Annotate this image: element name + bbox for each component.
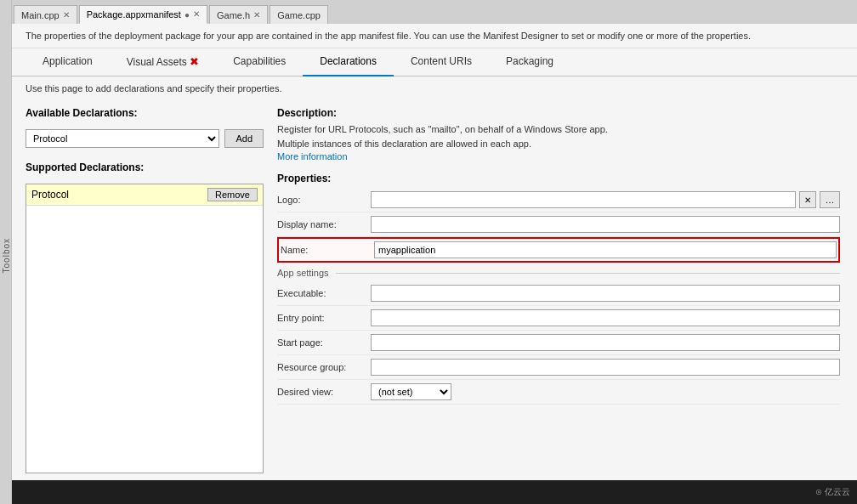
tab-close-game-h[interactable]: ✕ (253, 11, 260, 20)
available-declarations-label: Available Declarations: (26, 107, 264, 119)
prop-input-container-logo: ✕… (371, 191, 840, 208)
secondary-tab-application[interactable]: Application (26, 48, 110, 76)
list-item[interactable]: ProtocolRemove (26, 184, 263, 206)
content-area: Available Declarations: ProtocolBackgrou… (12, 100, 857, 480)
supported-declarations-label: Supported Declarations: (26, 161, 264, 173)
watermark: ⊙ 亿云云 (815, 486, 850, 498)
tab-label-game-cpp: Game.cpp (277, 10, 321, 20)
browse-button-logo[interactable]: … (820, 191, 840, 208)
description-section: Description: Register for URL Protocols,… (277, 107, 840, 162)
tab-package-manifest[interactable]: Package.appxmanifest●✕ (79, 5, 207, 24)
tab-label-main-cpp: Main.cpp (21, 10, 60, 20)
secondary-tab-capabilities[interactable]: Capabilities (216, 48, 303, 76)
description-title: Description: (277, 107, 840, 119)
secondary-tab-visual-assets[interactable]: Visual Assets ✖ (110, 48, 216, 76)
prop-input-container-desired-view: (not set)DefaultUseLessUseHalfUseMoreUse… (371, 383, 840, 400)
prop-label-display-name: Display name: (277, 219, 371, 229)
toolbox-label: Toolbox (2, 238, 11, 273)
prop-label-desired-view: Desired view: (277, 387, 371, 397)
prop-row-display-name: Display name: (277, 212, 840, 237)
info-bar-text: The properties of the deployment package… (26, 31, 751, 41)
secondary-tabs: ApplicationVisual Assets ✖CapabilitiesDe… (12, 48, 857, 76)
left-panel: Available Declarations: ProtocolBackgrou… (26, 107, 264, 473)
prop-row-executable: Executable: (277, 281, 840, 306)
remove-button[interactable]: Remove (207, 188, 258, 201)
prop-row-logo: Logo:✕… (277, 188, 840, 212)
add-button[interactable]: Add (224, 129, 264, 148)
prop-label-entry-point: Entry point: (277, 313, 371, 323)
bottom-bar: ⊙ 亿云云 (12, 480, 857, 504)
tab-label-game-h: Game.h (217, 10, 250, 20)
toolbox-strip: Toolbox (0, 0, 12, 504)
prop-row-start-page: Start page: (277, 331, 840, 355)
available-declarations-dropdown[interactable]: ProtocolBackground TasksFile Open Picker… (26, 129, 219, 148)
prop-input-container-resource-group (371, 359, 840, 376)
available-declarations-row: ProtocolBackground TasksFile Open Picker… (26, 129, 264, 148)
prop-input-resource-group[interactable] (371, 359, 840, 376)
main-content: The properties of the deployment package… (12, 24, 857, 480)
prop-input-logo[interactable] (371, 191, 796, 208)
secondary-tab-declarations[interactable]: Declarations (303, 48, 394, 76)
declarations-list: ProtocolRemove (26, 184, 264, 473)
secondary-tab-packaging[interactable]: Packaging (489, 48, 570, 76)
clear-button-logo[interactable]: ✕ (799, 191, 816, 208)
tab-error-icon: ✖ (190, 55, 199, 68)
prop-label-logo: Logo: (277, 195, 371, 205)
prop-input-container-executable (371, 285, 840, 302)
prop-row-desired-view: Desired view:(not set)DefaultUseLessUseH… (277, 380, 840, 405)
prop-input-display-name[interactable] (371, 216, 840, 233)
prop-row-name: Name: (277, 237, 840, 263)
properties-section: Properties: Logo:✕…Display name:Name: Ap… (277, 173, 840, 405)
tab-main-cpp[interactable]: Main.cpp✕ (14, 5, 77, 24)
app-settings-divider: App settings (277, 263, 840, 281)
prop-select-desired-view[interactable]: (not set)DefaultUseLessUseHalfUseMoreUse… (371, 383, 451, 400)
tab-game-h[interactable]: Game.h✕ (209, 5, 268, 24)
tab-bar: Main.cpp✕Package.appxmanifest●✕Game.h✕Ga… (12, 0, 857, 24)
prop-label-resource-group: Resource group: (277, 362, 371, 372)
prop-label-start-page: Start page: (277, 337, 371, 348)
page-description: Use this page to add declarations and sp… (12, 76, 857, 100)
prop-input-start-page[interactable] (371, 334, 840, 351)
prop-input-executable[interactable] (371, 285, 840, 302)
tab-close-package-manifest[interactable]: ✕ (193, 10, 200, 19)
prop-row-resource-group: Resource group: (277, 355, 840, 380)
tab-game-cpp[interactable]: Game.cpp (270, 5, 328, 24)
dirty-indicator: ● (184, 10, 190, 20)
secondary-tab-content-uris[interactable]: Content URIs (394, 48, 489, 76)
prop-label-name: Name: (281, 245, 374, 255)
tab-label-package-manifest: Package.appxmanifest (87, 9, 181, 20)
more-info-link[interactable]: More information (277, 151, 348, 161)
properties-title: Properties: (277, 173, 840, 184)
prop-input-container-name (374, 241, 837, 258)
prop-label-executable: Executable: (277, 288, 371, 298)
prop-input-name[interactable] (374, 241, 837, 258)
prop-input-container-start-page (371, 334, 840, 351)
decl-item-label: Protocol (31, 189, 207, 201)
prop-input-container-entry-point (371, 309, 840, 326)
tab-close-main-cpp[interactable]: ✕ (63, 11, 70, 20)
right-panel: Description: Register for URL Protocols,… (277, 107, 843, 473)
prop-input-container-display-name (371, 216, 840, 233)
description-text: Register for URL Protocols, such as "mai… (277, 122, 840, 150)
info-bar: The properties of the deployment package… (12, 24, 857, 48)
prop-row-entry-point: Entry point: (277, 306, 840, 331)
prop-input-entry-point[interactable] (371, 309, 840, 326)
